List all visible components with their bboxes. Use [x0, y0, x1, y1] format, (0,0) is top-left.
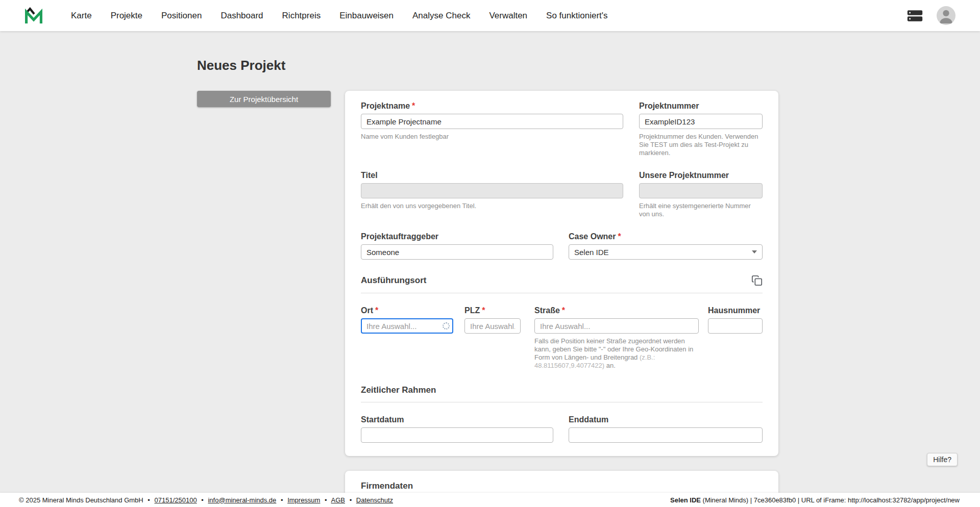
required-marker: *	[412, 102, 415, 110]
mineral-minds-logo[interactable]	[24, 7, 43, 24]
ort-label: Ort	[361, 306, 373, 315]
nav-item-dashboard[interactable]: Dashboard	[220, 11, 263, 21]
footer-left: © 2025 Mineral Minds Deutschland GmbH • …	[19, 496, 393, 504]
projektnummer-label: Projektnummer	[639, 101, 763, 111]
nav-item-karte[interactable]: Karte	[71, 11, 92, 21]
footer-agb-link[interactable]: AGB	[331, 496, 345, 504]
project-overview-button[interactable]: Zur Projektübersicht	[197, 91, 331, 107]
footer-user: Selen IDE	[670, 496, 701, 504]
footer-email-link[interactable]: info@mineral-minds.de	[208, 496, 276, 504]
field-projektname: Projektname* Name vom Kunden festlegbar	[361, 101, 623, 157]
chevron-down-icon	[752, 250, 757, 253]
top-nav: Karte Projekte Positionen Dashboard Rich…	[0, 0, 980, 31]
case-owner-label: Case Owner	[569, 232, 616, 241]
field-case-owner: Case Owner* Selen IDE	[569, 232, 763, 260]
project-form-card: Projektname* Name vom Kunden festlegbar …	[345, 91, 778, 456]
app-window: Karte Projekte Positionen Dashboard Rich…	[0, 0, 980, 507]
left-column: Zur Projektübersicht	[197, 91, 331, 107]
footer-session-details: (Mineral Minds) | 7ce360e83fb0 | URL of …	[701, 496, 960, 504]
section-ausfuehrungsort: Ausführungsort	[361, 275, 763, 293]
enddatum-label: Enddatum	[569, 415, 763, 424]
plz-label: PLZ	[464, 306, 480, 315]
footer-session-info: Selen IDE (Mineral Minds) | 7ce360e83fb0…	[670, 496, 960, 504]
plz-input[interactable]	[464, 318, 521, 334]
server-icon[interactable]	[906, 10, 923, 22]
enddatum-input[interactable]	[569, 427, 763, 443]
footer-copyright: © 2025 Mineral Minds Deutschland GmbH	[19, 496, 143, 504]
firmendaten-title: Firmendaten	[361, 481, 413, 491]
ort-input[interactable]	[361, 318, 453, 334]
field-startdatum: Startdatum	[361, 415, 553, 443]
field-ort: Ort*	[361, 306, 453, 370]
unsere-projektnummer-hint: Erhält eine systemgenerierte Nummer von …	[639, 202, 763, 218]
main-content: Neues Projekt Zur Projektübersicht Proje…	[0, 31, 980, 507]
copy-icon[interactable]	[751, 275, 763, 286]
nav-right-actions	[906, 6, 955, 25]
hausnummer-label: Hausnummer	[708, 306, 763, 315]
person-icon	[937, 6, 955, 25]
required-marker: *	[562, 306, 565, 315]
nav-item-so-funktionierts[interactable]: So funktioniert's	[546, 11, 607, 21]
projektnummer-input[interactable]	[639, 114, 763, 129]
nav-item-einbauweisen[interactable]: Einbauweisen	[339, 11, 394, 21]
footer: © 2025 Mineral Minds Deutschland GmbH • …	[0, 493, 980, 507]
page-title: Neues Projekt	[197, 58, 980, 73]
strasse-label: Straße	[534, 306, 560, 315]
projektauftraggeber-label: Projektauftraggeber	[361, 232, 553, 241]
section-zeitlicher-rahmen: Zeitlicher Rahmen	[361, 385, 763, 402]
footer-phone-link[interactable]: 07151/250100	[155, 496, 197, 504]
nav-item-positionen[interactable]: Positionen	[161, 11, 202, 21]
unsere-projektnummer-label: Unsere Projektnummer	[639, 170, 763, 180]
titel-hint: Erhält den von uns vorgegebenen Titel.	[361, 202, 623, 210]
unsere-projektnummer-input	[639, 183, 763, 198]
field-hausnummer: Hausnummer	[708, 306, 763, 370]
required-marker: *	[618, 232, 621, 241]
titel-label: Titel	[361, 170, 623, 180]
startdatum-label: Startdatum	[361, 415, 553, 424]
footer-datenschutz-link[interactable]: Datenschutz	[356, 496, 393, 504]
field-titel: Titel Erhält den von uns vorgegebenen Ti…	[361, 170, 623, 218]
case-owner-select[interactable]: Selen IDE	[569, 244, 763, 260]
field-projektnummer: Projektnummer Projektnummer des Kunden. …	[639, 101, 763, 157]
ausfuehrungsort-title: Ausführungsort	[361, 275, 426, 286]
mineral-minds-logo-icon	[24, 7, 43, 24]
projektname-label: Projektname	[361, 102, 410, 110]
nav-item-verwalten[interactable]: Verwalten	[489, 11, 527, 21]
form-column: Projektname* Name vom Kunden festlegbar …	[345, 91, 778, 507]
strasse-input[interactable]	[534, 318, 699, 334]
field-strasse: Straße* Falls die Position keiner Straße…	[534, 306, 699, 370]
loading-spinner	[443, 322, 450, 329]
footer-impressum-link[interactable]: Impressum	[287, 496, 320, 504]
zeitlicher-rahmen-title: Zeitlicher Rahmen	[361, 385, 436, 395]
startdatum-input[interactable]	[361, 427, 553, 443]
projektnummer-hint: Projektnummer des Kunden. Verwenden Sie …	[639, 133, 763, 157]
projektname-input[interactable]	[361, 114, 623, 129]
nav-item-richtpreis[interactable]: Richtpreis	[282, 11, 321, 21]
field-unsere-projektnummer: Unsere Projektnummer Erhält eine systemg…	[639, 170, 763, 218]
nav-item-analyse-check[interactable]: Analyse Check	[412, 11, 470, 21]
nav-item-projekte[interactable]: Projekte	[111, 11, 142, 21]
field-projektauftraggeber: Projektauftraggeber	[361, 232, 553, 260]
projektauftraggeber-input[interactable]	[361, 244, 553, 260]
field-enddatum: Enddatum	[569, 415, 763, 443]
field-plz: PLZ*	[464, 306, 521, 370]
hausnummer-input[interactable]	[708, 318, 763, 334]
main-menu: Karte Projekte Positionen Dashboard Rich…	[71, 11, 608, 21]
case-owner-value: Selen IDE	[574, 248, 609, 257]
help-button[interactable]: Hilfe?	[927, 453, 958, 466]
required-marker: *	[375, 306, 378, 315]
titel-input	[361, 183, 623, 198]
strasse-hint: Falls die Position keiner Straße zugeord…	[534, 337, 699, 370]
avatar[interactable]	[937, 6, 955, 25]
required-marker: *	[482, 306, 485, 315]
projektname-hint: Name vom Kunden festlegbar	[361, 133, 623, 141]
